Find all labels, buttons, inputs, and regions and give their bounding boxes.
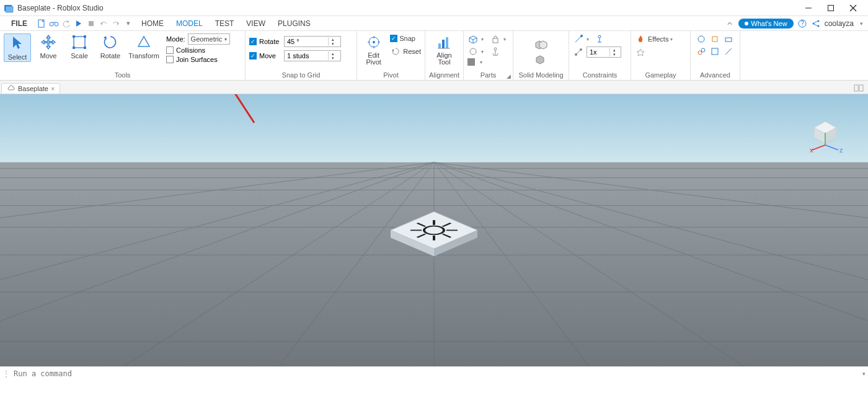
constraint-create-icon[interactable] [573, 33, 584, 45]
close-button[interactable] [842, 0, 864, 16]
qat-dropdown-icon[interactable]: ▾ [123, 18, 134, 29]
svg-point-49 [701, 48, 705, 52]
user-dropdown-icon[interactable]: ▾ [860, 20, 863, 27]
weld-icon[interactable] [573, 46, 584, 58]
edit-pivot-button[interactable]: Edit Pivot [361, 33, 386, 66]
adv-icon-1[interactable] [696, 33, 707, 45]
constraint-scale-input[interactable] [587, 48, 609, 56]
svg-point-8 [55, 22, 58, 26]
username-label[interactable]: coolayza [825, 19, 854, 28]
document-tab-baseplate[interactable]: Baseplate × [1, 83, 60, 94]
group-label-gameplay: Gameplay [635, 71, 686, 80]
stop-icon[interactable] [86, 18, 97, 29]
select-label: Select [8, 53, 27, 61]
snap-rotate-checkbox[interactable]: ✓ [249, 38, 257, 45]
dropdown-icon[interactable]: ▾ [480, 59, 482, 65]
join-surfaces-checkbox[interactable] [166, 56, 174, 63]
svg-text:x: x [810, 146, 813, 154]
tab-view[interactable]: VIEW [240, 17, 272, 30]
maximize-button[interactable] [820, 0, 842, 16]
minimize-button[interactable] [797, 0, 820, 16]
adv-icon-3[interactable] [723, 33, 734, 45]
group-launcher-icon[interactable]: ◢ [507, 73, 511, 79]
snap-move-input[interactable] [285, 52, 328, 59]
negate-icon[interactable] [534, 53, 549, 66]
command-bar[interactable]: ⋮ ▾ [0, 366, 868, 380]
share-icon[interactable] [811, 19, 821, 29]
spin-down-icon[interactable]: ▾ [329, 42, 337, 46]
material-icon[interactable] [467, 46, 479, 57]
tab-model[interactable]: MODEL [170, 17, 209, 30]
whats-new-label: What's New [751, 20, 787, 27]
spin-up-icon[interactable]: ▴ [329, 37, 337, 42]
spawn-button[interactable] [635, 47, 673, 58]
constraint-details-icon[interactable] [594, 33, 605, 45]
spin-down-icon[interactable]: ▾ [329, 56, 337, 60]
tab-home[interactable]: HOME [135, 17, 170, 30]
spin-up-icon[interactable]: ▴ [329, 51, 337, 56]
command-dropdown-icon[interactable]: ▾ [862, 371, 866, 377]
grip-icon[interactable]: ⋮ [2, 369, 10, 378]
effects-button[interactable]: Effects ▾ [635, 33, 673, 45]
collisions-label: Collisions [176, 46, 205, 54]
lock-icon[interactable] [490, 33, 501, 45]
snap-pivot-button[interactable]: ✓ Snap [390, 35, 421, 42]
snap-move-spinner[interactable]: ▴▾ [284, 50, 341, 61]
whats-new-button[interactable]: What's New [738, 19, 793, 29]
panels-icon[interactable] [852, 82, 866, 94]
document-tab-label: Baseplate [18, 85, 48, 92]
tab-plugins[interactable]: PLUGINS [272, 17, 317, 30]
command-input[interactable] [14, 369, 862, 378]
redo-icon[interactable] [110, 18, 122, 29]
constraint-scale-spinner[interactable]: ▴▾ [587, 46, 621, 58]
svg-point-36 [494, 48, 497, 50]
adv-icon-2[interactable] [709, 33, 720, 45]
union-icon[interactable] [534, 38, 549, 51]
orientation-gizmo[interactable]: x z [804, 113, 847, 157]
mode-dropdown[interactable]: Geometric▾ [188, 33, 231, 45]
help-icon[interactable]: ? [797, 19, 807, 29]
select-tool[interactable]: Select [4, 33, 31, 62]
spin-down-icon[interactable]: ▾ [610, 52, 618, 56]
dropdown-icon[interactable]: ▾ [587, 37, 589, 42]
file-menu[interactable]: FILE [5, 17, 33, 30]
snap-rotate-spinner[interactable]: ▴▾ [284, 36, 341, 47]
snap-pivot-checkbox[interactable]: ✓ [390, 35, 397, 42]
spin-up-icon[interactable]: ▴ [610, 48, 618, 52]
dropdown-icon[interactable]: ▾ [670, 37, 673, 42]
adv-icon-6[interactable] [723, 46, 734, 57]
reset-pivot-button[interactable]: Reset [390, 46, 421, 57]
align-tool-button[interactable]: Align Tool [429, 33, 459, 66]
snap-move-checkbox[interactable]: ✓ [249, 52, 257, 59]
move-tool[interactable]: Move [35, 33, 62, 59]
dropdown-icon[interactable]: ▾ [503, 37, 506, 42]
undo2-icon[interactable] [98, 18, 109, 29]
svg-rect-1 [6, 6, 13, 12]
group-label-pivot: Pivot [361, 71, 421, 80]
svg-rect-19 [73, 35, 75, 38]
close-tab-icon[interactable]: × [51, 85, 55, 92]
color-chip[interactable] [467, 58, 475, 66]
tab-test[interactable]: TEST [209, 17, 241, 30]
transform-tool[interactable]: Transform [128, 33, 160, 59]
viewport-3d[interactable]: x z [0, 94, 868, 366]
binoculars-icon[interactable] [48, 18, 60, 29]
svg-rect-34 [493, 38, 498, 43]
part-icon[interactable] [467, 33, 479, 45]
cloud-sync-icon[interactable] [725, 19, 735, 29]
svg-point-43 [575, 53, 577, 56]
adv-icon-4[interactable] [696, 46, 707, 57]
new-place-icon[interactable] [36, 18, 47, 29]
dropdown-icon[interactable]: ▾ [481, 37, 484, 42]
scale-tool[interactable]: Scale [66, 33, 93, 59]
dropdown-icon[interactable]: ▾ [481, 49, 484, 55]
anchor-icon[interactable] [490, 46, 501, 57]
group-label-advanced: Advanced [694, 71, 736, 80]
collisions-checkbox[interactable] [166, 46, 174, 54]
snap-rotate-input[interactable] [285, 38, 328, 45]
play-icon[interactable] [73, 18, 84, 29]
svg-point-39 [580, 35, 583, 37]
adv-icon-5[interactable] [709, 46, 720, 57]
rotate-tool[interactable]: Rotate [97, 33, 124, 59]
undo-icon[interactable] [61, 18, 72, 29]
